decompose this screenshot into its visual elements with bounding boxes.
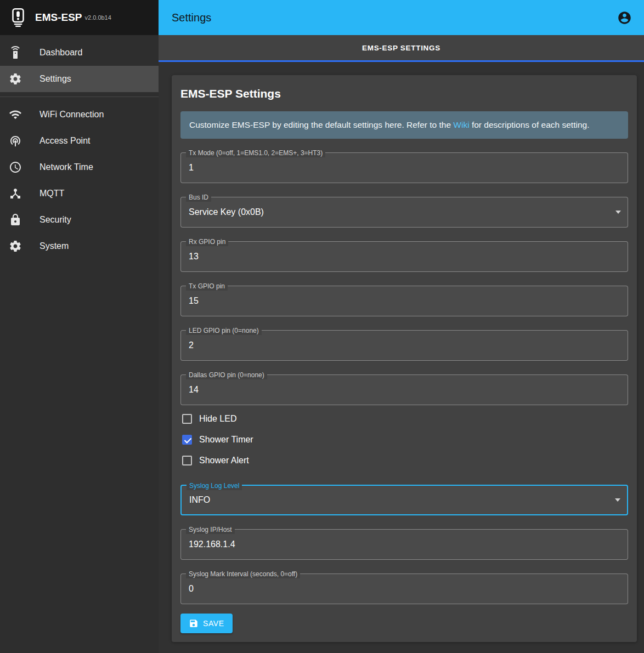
checkbox-shower-timer[interactable]: Shower Timer xyxy=(180,429,628,450)
sidebar-item-network-time[interactable]: Network Time xyxy=(0,154,159,180)
field-value: Service Key (0x0B) xyxy=(189,207,264,217)
app-name: EMS-ESP xyxy=(35,12,82,24)
field-value: 192.168.1.4 xyxy=(189,540,235,549)
wifi-icon xyxy=(9,108,39,121)
wifi-tethering-icon xyxy=(9,134,39,147)
field-label: Tx GPIO pin xyxy=(186,282,228,291)
gear-icon xyxy=(9,240,39,253)
checkbox-hide-led[interactable]: Hide LED xyxy=(180,408,628,429)
appbar: Settings xyxy=(159,0,644,35)
syslog-mark-interval-field: Syslog Mark Interval (seconds, 0=off) 0 xyxy=(180,573,628,604)
field-value: 2 xyxy=(189,340,194,350)
page-title: Settings xyxy=(172,12,211,24)
field-label: Syslog Log Level xyxy=(187,481,242,490)
tab-bar: EMS-ESP SETTINGS xyxy=(159,35,644,62)
rx-gpio-field: Rx GPIO pin 13 xyxy=(180,241,628,272)
sidebar-item-label: Settings xyxy=(39,74,71,84)
checkbox-label: Shower Alert xyxy=(199,456,249,465)
info-banner: Customize EMS-ESP by editing the default… xyxy=(180,111,628,139)
syslog-level-select: Syslog Log Level INFO xyxy=(180,485,628,515)
sidebar-item-mqtt[interactable]: MQTT xyxy=(0,180,159,207)
app-version: v2.0.0b14 xyxy=(85,14,111,21)
syslog-mark-interval-input[interactable]: Syslog Mark Interval (seconds, 0=off) 0 xyxy=(180,573,628,604)
field-value: 14 xyxy=(189,385,199,395)
save-button-label: SAVE xyxy=(203,619,224,628)
tab-ems-esp-settings[interactable]: EMS-ESP SETTINGS xyxy=(362,44,440,52)
sidebar-item-access-point[interactable]: Access Point xyxy=(0,128,159,154)
rx-gpio-input[interactable]: Rx GPIO pin 13 xyxy=(180,241,628,272)
sidebar-item-dashboard[interactable]: Dashboard xyxy=(0,39,159,66)
sidebar-item-settings[interactable]: Settings xyxy=(0,66,159,92)
app-logo-icon xyxy=(8,7,29,28)
hub-icon xyxy=(9,187,39,200)
sidebar-item-label: MQTT xyxy=(39,189,64,198)
field-value: INFO xyxy=(189,495,210,505)
tx-gpio-field: Tx GPIO pin 15 xyxy=(180,286,628,316)
save-icon xyxy=(189,618,199,628)
checkbox[interactable] xyxy=(182,435,192,445)
info-text: for descriptions of each setting. xyxy=(470,120,590,129)
field-label: LED GPIO pin (0=none) xyxy=(186,326,262,335)
gear-icon xyxy=(9,72,39,86)
sidebar-item-label: WiFi Connection xyxy=(39,110,104,120)
dallas-gpio-field: Dallas GPIO pin (0=none) 14 xyxy=(180,374,628,405)
field-value: 15 xyxy=(189,296,199,306)
sidebar-item-label: Dashboard xyxy=(39,48,82,58)
sidebar-item-label: Network Time xyxy=(39,162,93,172)
account-icon[interactable] xyxy=(617,10,632,25)
field-label: Bus ID xyxy=(186,193,211,202)
sidebar-item-system[interactable]: System xyxy=(0,233,159,259)
led-gpio-field: LED GPIO pin (0=none) 2 xyxy=(180,330,628,361)
sidebar-divider xyxy=(0,96,159,97)
checkbox[interactable] xyxy=(182,456,192,465)
chevron-down-icon xyxy=(615,211,621,214)
checkbox[interactable] xyxy=(182,414,192,424)
syslog-host-input[interactable]: Syslog IP/Host 192.168.1.4 xyxy=(180,529,628,560)
bus-id-select: Bus ID Service Key (0x0B) xyxy=(180,197,628,228)
dallas-gpio-input[interactable]: Dallas GPIO pin (0=none) 14 xyxy=(180,374,628,405)
field-value: 1 xyxy=(189,163,194,173)
lock-icon xyxy=(9,213,39,226)
field-label: Syslog IP/Host xyxy=(186,525,235,534)
field-label: Rx GPIO pin xyxy=(186,237,228,246)
chevron-down-icon xyxy=(615,498,620,502)
sidebar-menu: Dashboard Settings WiFi Connection A xyxy=(0,35,159,259)
remote-icon xyxy=(9,46,39,59)
card-title: EMS-ESP Settings xyxy=(180,87,628,100)
main-area: Settings EMS-ESP SETTINGS EMS-ESP Settin… xyxy=(159,0,644,653)
sidebar-item-security[interactable]: Security xyxy=(0,207,159,233)
checkbox-label: Hide LED xyxy=(199,414,236,424)
field-label: Syslog Mark Interval (seconds, 0=off) xyxy=(186,570,300,578)
sidebar-item-wifi-connection[interactable]: WiFi Connection xyxy=(0,101,159,128)
sidebar-item-label: Security xyxy=(39,215,71,225)
content-area: EMS-ESP Settings Customize EMS-ESP by ed… xyxy=(159,62,644,653)
wiki-link[interactable]: Wiki xyxy=(453,120,469,129)
sidebar-header: EMS-ESP v2.0.0b14 xyxy=(0,0,159,35)
bus-id-input[interactable]: Bus ID Service Key (0x0B) xyxy=(180,197,628,228)
led-gpio-input[interactable]: LED GPIO pin (0=none) 2 xyxy=(180,330,628,361)
field-value: 13 xyxy=(189,252,199,262)
info-text: Customize EMS-ESP by editing the default… xyxy=(189,120,453,129)
sidebar-item-label: Access Point xyxy=(39,136,90,146)
checkbox-label: Shower Timer xyxy=(199,435,253,445)
checkbox-group: Hide LED Shower Timer Shower Alert xyxy=(180,408,628,471)
app-window: EMS-ESP v2.0.0b14 Dashboard Settings xyxy=(0,0,644,653)
field-label: Dallas GPIO pin (0=none) xyxy=(186,371,267,379)
checkbox-shower-alert[interactable]: Shower Alert xyxy=(180,450,628,471)
tx-gpio-input[interactable]: Tx GPIO pin 15 xyxy=(180,286,628,316)
settings-card: EMS-ESP Settings Customize EMS-ESP by ed… xyxy=(172,75,637,642)
clock-icon xyxy=(9,161,39,174)
sidebar-item-label: System xyxy=(39,241,69,251)
field-label: Tx Mode (0=off, 1=EMS1.0, 2=EMS+, 3=HT3) xyxy=(186,149,325,157)
save-button[interactable]: SAVE xyxy=(180,614,233,633)
sidebar: EMS-ESP v2.0.0b14 Dashboard Settings xyxy=(0,0,159,653)
tx-mode-field: Tx Mode (0=off, 1=EMS1.0, 2=EMS+, 3=HT3)… xyxy=(180,152,628,183)
tx-mode-input[interactable]: Tx Mode (0=off, 1=EMS1.0, 2=EMS+, 3=HT3)… xyxy=(180,152,628,183)
field-value: 0 xyxy=(189,584,194,594)
syslog-level-input[interactable]: Syslog Log Level INFO xyxy=(180,485,628,515)
syslog-host-field: Syslog IP/Host 192.168.1.4 xyxy=(180,529,628,560)
